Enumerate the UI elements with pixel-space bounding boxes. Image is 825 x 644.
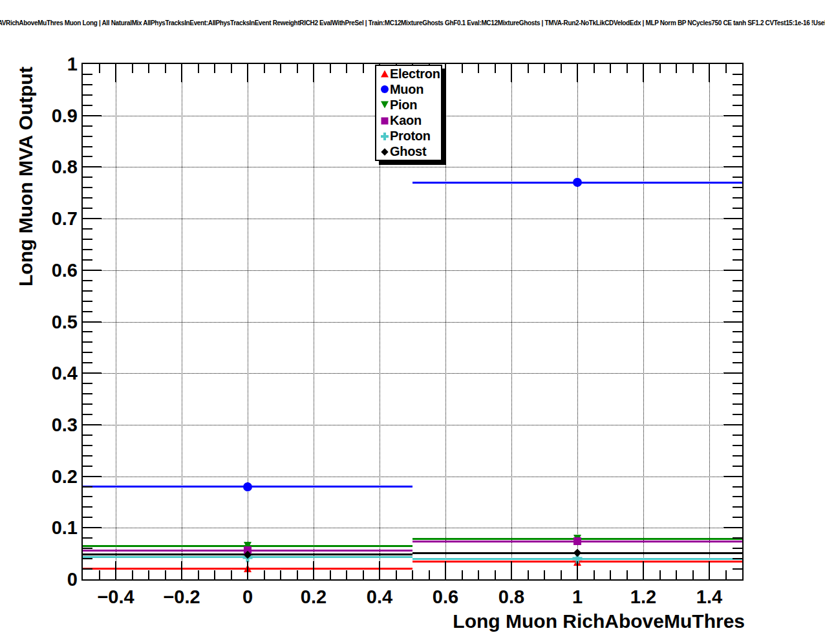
legend-label-kaon: Kaon: [390, 113, 422, 128]
y-minor-tick-0.14-right: [733, 506, 742, 508]
gridline-y-0.8: [83, 167, 742, 167]
x-minor-tick-1.1-top: [610, 64, 611, 73]
x-tick-label-1.4: 1.4: [670, 586, 748, 608]
x-minor-tick-1.45: [725, 570, 727, 579]
y-minor-tick-0.76-right: [733, 187, 742, 188]
x-minor-tick--0.35-top: [132, 64, 133, 73]
x-major-tick-0: [247, 561, 248, 579]
x-axis-title: Long Muon RichAboveMuThres: [453, 610, 745, 632]
y-minor-tick-0.88-right: [733, 125, 742, 127]
y-tick-label-0: 0: [0, 569, 78, 590]
y-minor-tick-0.94-right: [733, 94, 742, 96]
y-minor-tick-0.56: [83, 290, 92, 292]
legend-label-proton: Proton: [390, 129, 431, 144]
x-minor-tick-0.35-top: [363, 64, 364, 73]
triangle-up-icon: [380, 69, 390, 79]
x-minor-tick--0.1: [214, 570, 215, 579]
x-minor-tick-0.1-top: [280, 64, 281, 73]
x-major-tick-0.2: [313, 561, 314, 579]
x-minor-tick-1.15-top: [627, 64, 628, 73]
y-minor-tick-0.66: [83, 239, 92, 240]
x-minor-tick-0.75-top: [495, 64, 496, 73]
y-tick-label-0.2: 0.2: [0, 466, 78, 487]
y-major-tick-0.8: [83, 166, 102, 167]
y-minor-tick-0.74-right: [733, 197, 742, 199]
x-major-tick-0.6: [445, 561, 446, 579]
x-minor-tick-0.5: [412, 570, 413, 579]
y-minor-tick-0.48-right: [733, 331, 742, 332]
plot-title: MVAVRichAboveMuThres Muon Long | All Nat…: [0, 19, 825, 27]
legend: ElectronMuonPionKaonProtonGhost: [375, 65, 442, 161]
x-major-tick-1.2-top: [643, 64, 644, 82]
y-minor-tick-0.32-right: [733, 414, 742, 415]
y-major-tick-0.4-right: [723, 372, 742, 374]
gridline-y-0.7: [83, 219, 742, 219]
y-minor-tick-0.36-right: [733, 393, 742, 394]
x-minor-tick-0.55: [429, 570, 430, 579]
y-minor-tick-0.28: [83, 435, 92, 436]
x-minor-tick--0.1-top: [214, 64, 215, 73]
y-minor-tick-0.52-right: [733, 311, 742, 312]
y-minor-tick-0.18: [83, 486, 92, 488]
y-minor-tick-0.02-right: [733, 568, 742, 570]
x-minor-tick-1.05-top: [594, 64, 595, 73]
y-minor-tick-0.68: [83, 228, 92, 230]
y-major-tick-0.2: [83, 476, 102, 477]
x-major-tick-0.6-top: [445, 64, 446, 82]
y-minor-tick-0.12: [83, 517, 92, 518]
legend-entry-electron: Electron: [376, 66, 441, 81]
y-tick-label-0.8: 0.8: [0, 156, 78, 177]
x-major-tick-1.4: [709, 561, 710, 579]
x-minor-tick-0.05-top: [264, 64, 265, 73]
y-minor-tick-0.08: [83, 537, 92, 539]
x-major-tick-1-top: [577, 64, 578, 82]
legend-label-ghost: Ghost: [390, 144, 426, 159]
y-minor-tick-0.82-right: [733, 156, 742, 157]
x-minor-tick-0.85-top: [528, 64, 529, 73]
y-minor-tick-0.24-right: [733, 455, 742, 456]
gridline-y-0.5: [83, 322, 742, 323]
x-minor-tick-0.7: [478, 570, 479, 579]
y-minor-tick-0.86: [83, 136, 92, 137]
legend-label-pion: Pion: [390, 98, 417, 113]
y-minor-tick-0.76: [83, 187, 92, 188]
marker-kaon-bin1: [573, 537, 581, 545]
y-minor-tick-0.26: [83, 445, 92, 446]
y-minor-tick-0.88: [83, 125, 92, 127]
y-major-tick-0.5: [83, 321, 102, 323]
y-minor-tick-0.46: [83, 341, 92, 343]
y-minor-tick-0.52: [83, 311, 92, 312]
y-major-tick-0.5-right: [723, 321, 742, 323]
x-minor-tick--0.05: [231, 570, 232, 579]
y-minor-tick-0.86-right: [733, 136, 742, 137]
y-minor-tick-0.74: [83, 197, 92, 199]
y-minor-tick-0.72: [83, 208, 92, 209]
x-minor-tick--0.3-top: [148, 64, 149, 73]
x-minor-tick-0.15-top: [297, 64, 298, 73]
y-tick-label-0.3: 0.3: [0, 414, 78, 435]
y-major-tick-0.8-right: [723, 166, 742, 167]
y-minor-tick-0.34: [83, 403, 92, 405]
legend-entry-proton: Proton: [376, 129, 441, 144]
x-minor-tick-0.3: [346, 570, 347, 579]
root-canvas: MVAVRichAboveMuThres Muon Long | All Nat…: [0, 0, 825, 644]
y-minor-tick-0.84: [83, 146, 92, 147]
y-minor-tick-0.96-right: [733, 84, 742, 85]
diamond-icon: [380, 147, 390, 157]
y-minor-tick-0.48: [83, 331, 92, 332]
y-minor-tick-0.16: [83, 496, 92, 497]
x-major-tick--0.4: [115, 561, 116, 579]
y-minor-tick-0.64-right: [733, 249, 742, 250]
x-minor-tick-1.45-top: [725, 64, 727, 73]
x-major-tick-0.8: [511, 561, 512, 579]
y-minor-tick-0.68-right: [733, 228, 742, 230]
y-minor-tick-0.44-right: [733, 352, 742, 353]
y-minor-tick-0.54: [83, 301, 92, 302]
y-minor-tick-0.58: [83, 280, 92, 281]
y-minor-tick-0.92-right: [733, 105, 742, 106]
plus-icon: [380, 131, 390, 142]
legend-label-muon: Muon: [390, 82, 423, 97]
y-minor-tick-0.58-right: [733, 280, 742, 281]
y-minor-tick-0.04-right: [733, 558, 742, 559]
y-minor-tick-0.34-right: [733, 403, 742, 405]
